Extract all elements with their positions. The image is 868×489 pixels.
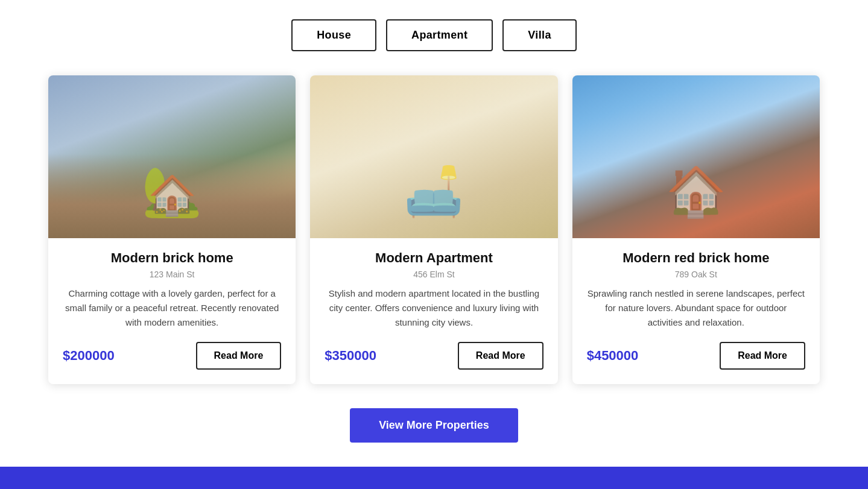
property-card-3: Modern red brick home 789 Oak St Sprawli… <box>572 75 820 384</box>
property-description-1: Charming cottage with a lovely garden, p… <box>63 286 281 330</box>
property-image-3 <box>572 75 820 238</box>
property-price-1: $200000 <box>63 348 115 364</box>
filter-apartment-button[interactable]: Apartment <box>386 19 493 51</box>
property-address-1: 123 Main St <box>63 270 281 279</box>
property-image-1 <box>48 75 296 238</box>
read-more-button-1[interactable]: Read More <box>196 342 282 370</box>
property-price-3: $450000 <box>587 348 639 364</box>
property-price-2: $350000 <box>325 348 376 364</box>
property-image-2 <box>310 75 557 238</box>
card-footer-2: $350000 Read More <box>325 342 543 370</box>
property-title-3: Modern red brick home <box>587 250 805 266</box>
view-more-section: View More Properties <box>0 402 868 467</box>
card-body-2: Modern Apartment 456 Elm St Stylish and … <box>310 238 557 384</box>
filter-bar: House Apartment Villa <box>0 0 868 63</box>
card-footer-3: $450000 Read More <box>587 342 805 370</box>
read-more-button-2[interactable]: Read More <box>458 342 543 370</box>
property-address-3: 789 Oak St <box>587 270 805 279</box>
property-title-1: Modern brick home <box>63 250 281 266</box>
property-description-2: Stylish and modern apartment located in … <box>325 286 543 330</box>
page-wrapper: House Apartment Villa Modern brick home … <box>0 0 868 489</box>
read-more-button-3[interactable]: Read More <box>720 342 805 370</box>
property-description-3: Sprawling ranch nestled in serene landsc… <box>587 286 805 330</box>
property-cards-section: Modern brick home 123 Main St Charming c… <box>0 63 868 402</box>
view-more-button[interactable]: View More Properties <box>350 408 518 443</box>
property-title-2: Modern Apartment <box>325 250 543 266</box>
footer-bar <box>0 467 868 489</box>
filter-house-button[interactable]: House <box>291 19 376 51</box>
filter-villa-button[interactable]: Villa <box>502 19 577 51</box>
card-footer-1: $200000 Read More <box>63 342 281 370</box>
property-card-2: Modern Apartment 456 Elm St Stylish and … <box>310 75 557 384</box>
card-body-1: Modern brick home 123 Main St Charming c… <box>48 238 296 384</box>
property-card-1: Modern brick home 123 Main St Charming c… <box>48 75 296 384</box>
property-address-2: 456 Elm St <box>325 270 543 279</box>
card-body-3: Modern red brick home 789 Oak St Sprawli… <box>572 238 820 384</box>
